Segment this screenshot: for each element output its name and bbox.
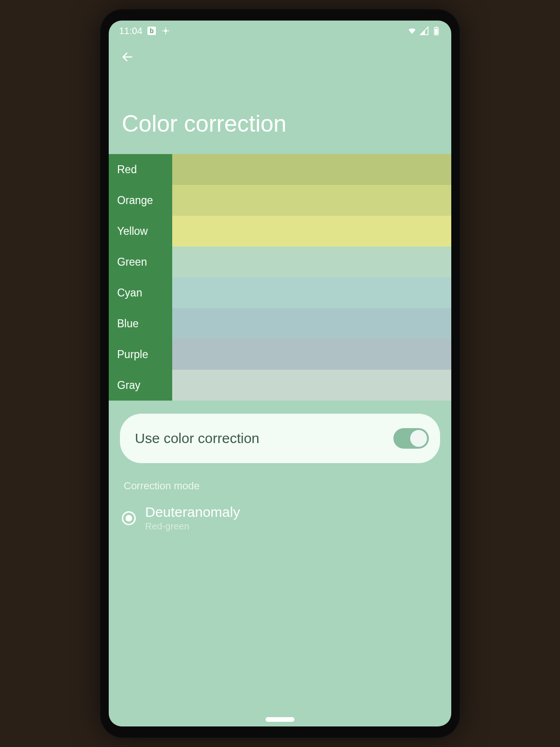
swatch-label: Cyan <box>109 277 172 308</box>
mode-text: Deuteranomaly Red-green <box>145 504 240 532</box>
screen: 11:04 b <box>109 21 451 726</box>
svg-point-0 <box>165 30 167 32</box>
signal-icon <box>420 26 429 35</box>
swatch-row: Yellow <box>109 216 451 247</box>
correction-mode-header: Correction mode <box>109 463 451 497</box>
swatch-row: Orange <box>109 185 451 216</box>
swatch-color <box>172 339 451 370</box>
status-left: 11:04 b <box>119 26 170 36</box>
mode-title: Deuteranomaly <box>145 504 240 520</box>
swatch-label: Gray <box>109 370 172 401</box>
swatch-label: Purple <box>109 339 172 370</box>
swatch-color <box>172 308 451 339</box>
swatch-row: Gray <box>109 370 451 401</box>
swatch-color <box>172 154 451 185</box>
toggle-label: Use color correction <box>135 430 259 446</box>
nav-pill[interactable] <box>266 717 294 722</box>
use-color-correction-switch[interactable] <box>393 428 429 449</box>
page-title: Color correction <box>109 68 451 154</box>
mode-option-deuteranomaly[interactable]: Deuteranomaly Red-green <box>109 497 451 532</box>
swatch-row: Cyan <box>109 277 451 308</box>
swatch-label: Yellow <box>109 216 172 247</box>
color-swatch-table: Red Orange Yellow Green Cyan Blue <box>109 154 451 401</box>
swatch-color <box>172 247 451 277</box>
swatch-label: Green <box>109 247 172 277</box>
switch-knob <box>410 430 427 447</box>
radio-selected-icon <box>122 511 136 525</box>
use-color-correction-card[interactable]: Use color correction <box>120 414 440 463</box>
swatch-color <box>172 277 451 308</box>
swatch-row: Red <box>109 154 451 185</box>
status-time: 11:04 <box>119 26 142 36</box>
app-bar <box>109 41 451 68</box>
swatch-label: Red <box>109 154 172 185</box>
svg-rect-6 <box>435 27 437 28</box>
swatch-label: Orange <box>109 185 172 216</box>
b-icon: b <box>147 26 156 35</box>
swatch-color <box>172 185 451 216</box>
swatch-color <box>172 216 451 247</box>
status-bar: 11:04 b <box>109 21 451 41</box>
phone-frame: 11:04 b <box>100 9 460 738</box>
swatch-label: Blue <box>109 308 172 339</box>
swatch-row: Purple <box>109 339 451 370</box>
wifi-icon <box>407 26 417 35</box>
swatch-color <box>172 370 451 401</box>
arrow-left-icon <box>121 50 134 63</box>
swatch-row: Blue <box>109 308 451 339</box>
gesture-nav-bar[interactable] <box>109 717 451 722</box>
battery-icon <box>432 26 441 35</box>
swatch-row: Green <box>109 247 451 277</box>
mode-subtitle: Red-green <box>145 521 240 532</box>
crosshair-icon <box>161 26 170 35</box>
svg-rect-7 <box>435 28 438 34</box>
status-right <box>407 26 441 35</box>
back-button[interactable] <box>116 46 139 68</box>
